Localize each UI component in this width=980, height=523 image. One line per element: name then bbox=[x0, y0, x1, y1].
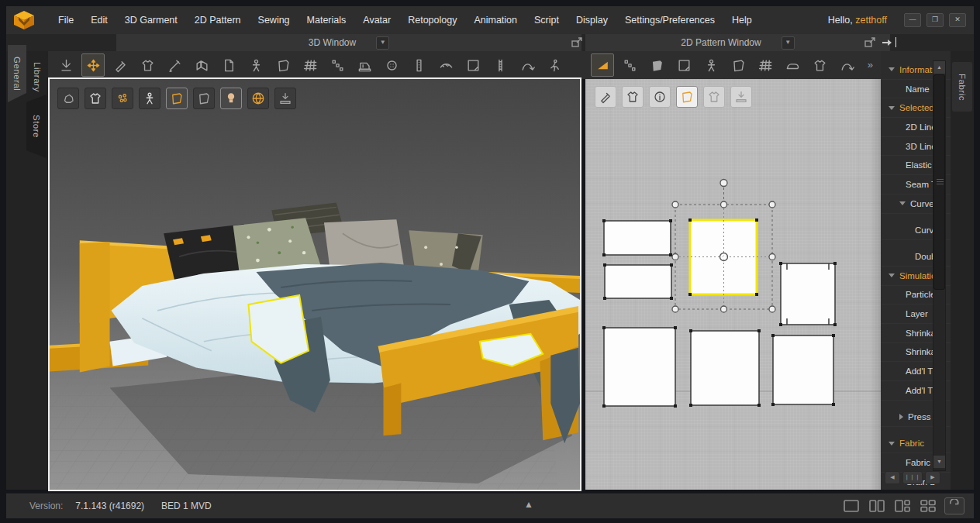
map-globe-icon[interactable] bbox=[247, 88, 269, 109]
selection-handle[interactable] bbox=[672, 306, 678, 312]
viewport-2d[interactable] bbox=[585, 79, 881, 490]
sidebar-tab-general[interactable]: General bbox=[8, 45, 26, 102]
menu-item-sewing[interactable]: Sewing bbox=[250, 6, 298, 34]
shirt-view-icon[interactable] bbox=[622, 86, 644, 108]
pattern-corner-point[interactable] bbox=[602, 404, 606, 408]
selection-handle[interactable] bbox=[769, 306, 775, 312]
menu-item-script[interactable]: Script bbox=[526, 6, 568, 34]
platform-off-icon[interactable] bbox=[730, 86, 752, 108]
statusbar-expand-arrow[interactable]: ▲ bbox=[524, 499, 533, 510]
restore-button[interactable]: ❐ bbox=[927, 13, 944, 27]
rotation-handle[interactable] bbox=[720, 180, 727, 187]
menu-item-materials[interactable]: Materials bbox=[298, 6, 355, 34]
pattern-piece-1[interactable] bbox=[604, 221, 671, 255]
sewing-shirt-icon[interactable] bbox=[136, 53, 159, 77]
menu-item-edit[interactable]: Edit bbox=[82, 6, 116, 34]
shirt-off-icon[interactable] bbox=[703, 86, 725, 108]
hscroll-right-button[interactable]: ▶ bbox=[925, 471, 940, 484]
pattern-corner-point[interactable] bbox=[755, 218, 758, 222]
pattern-flat-icon[interactable] bbox=[193, 88, 215, 109]
pattern-corner-point[interactable] bbox=[832, 334, 835, 337]
pattern-piece-2[interactable] bbox=[605, 265, 671, 298]
pattern-corner-point[interactable] bbox=[602, 253, 606, 256]
hscroll-thumb[interactable]: ❘❘❘ bbox=[902, 471, 923, 484]
iron-press-icon[interactable] bbox=[781, 53, 804, 77]
menu-item-file[interactable]: File bbox=[50, 6, 82, 34]
pen-edit-icon[interactable] bbox=[595, 86, 616, 108]
pattern-corner-point[interactable] bbox=[688, 293, 692, 296]
viewport-3d[interactable] bbox=[48, 77, 581, 491]
avatar-tape-icon[interactable] bbox=[244, 53, 267, 77]
pattern-corner-point[interactable] bbox=[757, 329, 761, 332]
button-tool-icon[interactable] bbox=[380, 53, 403, 77]
scroll-down-button[interactable]: ▼ bbox=[933, 456, 945, 468]
arrange-shirt-icon[interactable] bbox=[808, 53, 831, 77]
minimize-button[interactable]: — bbox=[904, 13, 921, 27]
selection-handle[interactable] bbox=[721, 201, 727, 208]
menu-item-3d-garment[interactable]: 3D Garment bbox=[116, 6, 186, 34]
layout-quad-button[interactable] bbox=[919, 498, 937, 514]
menu-item-animation[interactable]: Animation bbox=[465, 6, 526, 34]
pattern-corner-point[interactable] bbox=[757, 404, 761, 407]
transform-pattern-icon[interactable] bbox=[591, 53, 614, 77]
avatar-show-icon[interactable] bbox=[139, 88, 160, 109]
pattern-piece-7[interactable] bbox=[773, 335, 833, 404]
property-scrollbar[interactable]: ▲ ▼ bbox=[933, 60, 946, 471]
sidebar-tab-library[interactable]: Library bbox=[28, 51, 47, 102]
scrollbar-thumb[interactable] bbox=[933, 74, 945, 290]
collapse-triangle-icon[interactable] bbox=[889, 67, 895, 71]
texture-swatch-icon[interactable] bbox=[461, 53, 485, 77]
pattern-corner-point[interactable] bbox=[603, 263, 606, 267]
pen-3d-icon[interactable] bbox=[109, 53, 132, 77]
collapse-triangle-icon[interactable] bbox=[889, 274, 895, 277]
create-polygon-icon[interactable] bbox=[645, 53, 668, 77]
topstitch-icon[interactable] bbox=[434, 53, 457, 77]
pattern-corner-point[interactable] bbox=[833, 323, 837, 326]
flattening-curve-icon[interactable] bbox=[516, 53, 539, 77]
pattern-corner-point[interactable] bbox=[603, 297, 606, 300]
menu-item-settings-preferences[interactable]: Settings/Preferences bbox=[616, 6, 723, 34]
toolbar-overflow-chevron[interactable]: » bbox=[868, 59, 873, 71]
zipper-tool-icon[interactable] bbox=[488, 53, 512, 77]
select-move-icon[interactable] bbox=[81, 53, 105, 77]
collapse-triangle-icon[interactable] bbox=[899, 201, 906, 205]
menu-item-help[interactable]: Help bbox=[723, 6, 761, 34]
pattern-corner-point[interactable] bbox=[669, 219, 672, 222]
pattern-corner-point[interactable] bbox=[771, 403, 775, 406]
pattern-piece-5[interactable] bbox=[604, 328, 675, 406]
close-button[interactable]: ✕ bbox=[949, 13, 966, 27]
menu-item-2d-pattern[interactable]: 2D Pattern bbox=[186, 6, 250, 34]
pane-3d-dropdown[interactable]: ▼ bbox=[376, 36, 389, 50]
sidebar-tab-store[interactable]: Store bbox=[26, 95, 47, 158]
sidebar-tab-fabric[interactable]: Fabric bbox=[952, 62, 972, 112]
pattern-corner-point[interactable] bbox=[670, 297, 673, 300]
pattern-corner-point[interactable] bbox=[670, 263, 673, 267]
reposition-pattern-icon[interactable] bbox=[271, 53, 295, 77]
pattern-image-icon[interactable] bbox=[672, 53, 695, 77]
info-toggle-icon[interactable] bbox=[649, 86, 671, 108]
pin-icon[interactable] bbox=[163, 53, 186, 77]
layout-main-side-button[interactable] bbox=[893, 498, 912, 514]
pane-3d-popout-icon[interactable] bbox=[571, 36, 583, 49]
property-hscrollbar[interactable]: ◀ ❘❘❘ ▶ bbox=[885, 471, 940, 483]
scroll-up-button[interactable]: ▲ bbox=[933, 61, 945, 74]
pattern-corner-point[interactable] bbox=[689, 404, 692, 407]
layout-single-button[interactable] bbox=[842, 498, 861, 514]
pattern-corner-point[interactable] bbox=[833, 262, 837, 265]
buttonhole-tool-icon[interactable] bbox=[407, 53, 430, 77]
pattern-2d-icon[interactable] bbox=[676, 86, 698, 108]
collapse-triangle-icon[interactable] bbox=[889, 106, 895, 110]
pattern-corner-point[interactable] bbox=[779, 262, 782, 265]
layout-two-pane-button[interactable] bbox=[868, 498, 886, 514]
menu-item-display[interactable]: Display bbox=[568, 6, 616, 34]
username[interactable]: zetthoff bbox=[855, 15, 887, 26]
selection-center-handle[interactable] bbox=[720, 253, 728, 261]
layout-reset-button[interactable] bbox=[944, 497, 964, 514]
sewing-machine-icon[interactable] bbox=[353, 53, 376, 77]
pattern-corner-point[interactable] bbox=[832, 403, 835, 406]
menu-item-retopology[interactable]: Retopology bbox=[399, 6, 465, 34]
pattern-corner-point[interactable] bbox=[689, 329, 692, 332]
pattern-corner-point[interactable] bbox=[669, 253, 672, 256]
pattern-corner-point[interactable] bbox=[674, 326, 677, 329]
pattern-corner-point[interactable] bbox=[779, 323, 782, 326]
